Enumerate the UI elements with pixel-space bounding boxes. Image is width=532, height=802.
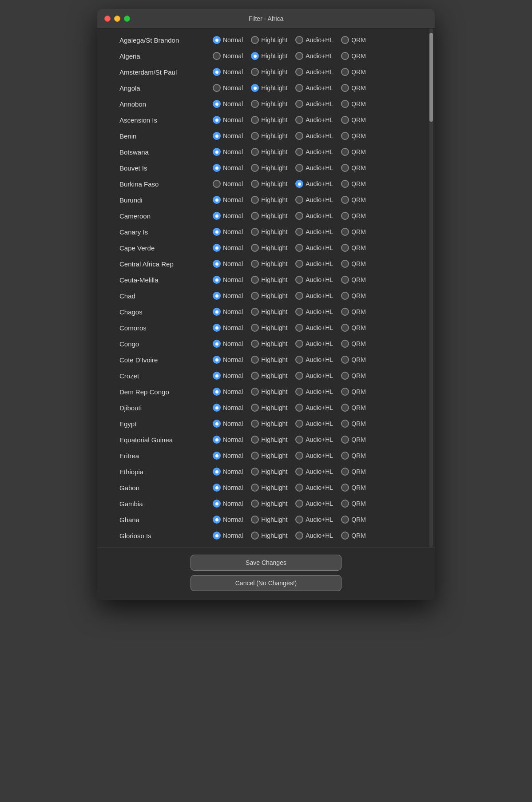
radio-option-qrm[interactable]: QRM	[341, 404, 366, 412]
radio-option-audio-hl[interactable]: Audio+HL	[295, 148, 333, 156]
radio-option-audio-hl[interactable]: Audio+HL	[295, 404, 333, 412]
radio-option-qrm[interactable]: QRM	[341, 356, 366, 364]
radio-option-audio-hl[interactable]: Audio+HL	[295, 420, 333, 428]
scrollbar-thumb[interactable]	[429, 33, 433, 122]
radio-option-qrm[interactable]: QRM	[341, 324, 366, 332]
radio-option-highlight[interactable]: HighLight	[251, 452, 287, 460]
radio-option-qrm[interactable]: QRM	[341, 532, 366, 540]
radio-option-qrm[interactable]: QRM	[341, 212, 366, 220]
radio-option-audio-hl[interactable]: Audio+HL	[295, 84, 333, 92]
radio-option-normal[interactable]: Normal	[213, 212, 243, 220]
radio-option-qrm[interactable]: QRM	[341, 372, 366, 380]
radio-option-highlight[interactable]: HighLight	[251, 52, 287, 60]
radio-option-highlight[interactable]: HighLight	[251, 532, 287, 540]
radio-option-highlight[interactable]: HighLight	[251, 132, 287, 140]
radio-option-highlight[interactable]: HighLight	[251, 100, 287, 108]
radio-option-highlight[interactable]: HighLight	[251, 372, 287, 380]
radio-option-qrm[interactable]: QRM	[341, 116, 366, 124]
radio-option-normal[interactable]: Normal	[213, 484, 243, 492]
radio-option-audio-hl[interactable]: Audio+HL	[295, 116, 333, 124]
radio-option-audio-hl[interactable]: Audio+HL	[295, 468, 333, 476]
radio-option-highlight[interactable]: HighLight	[251, 388, 287, 396]
radio-option-normal[interactable]: Normal	[213, 148, 243, 156]
radio-option-qrm[interactable]: QRM	[341, 68, 366, 76]
radio-option-audio-hl[interactable]: Audio+HL	[295, 52, 333, 60]
radio-option-highlight[interactable]: HighLight	[251, 244, 287, 252]
radio-option-audio-hl[interactable]: Audio+HL	[295, 196, 333, 204]
radio-option-audio-hl[interactable]: Audio+HL	[295, 340, 333, 348]
radio-option-qrm[interactable]: QRM	[341, 132, 366, 140]
radio-option-audio-hl[interactable]: Audio+HL	[295, 484, 333, 492]
radio-option-normal[interactable]: Normal	[213, 500, 243, 508]
radio-option-highlight[interactable]: HighLight	[251, 468, 287, 476]
radio-option-normal[interactable]: Normal	[213, 196, 243, 204]
close-button[interactable]	[104, 16, 111, 22]
radio-option-audio-hl[interactable]: Audio+HL	[295, 244, 333, 252]
radio-option-highlight[interactable]: HighLight	[251, 340, 287, 348]
radio-option-highlight[interactable]: HighLight	[251, 180, 287, 188]
radio-option-audio-hl[interactable]: Audio+HL	[295, 500, 333, 508]
radio-option-normal[interactable]: Normal	[213, 276, 243, 284]
radio-option-normal[interactable]: Normal	[213, 452, 243, 460]
radio-option-audio-hl[interactable]: Audio+HL	[295, 372, 333, 380]
radio-option-highlight[interactable]: HighLight	[251, 324, 287, 332]
radio-option-normal[interactable]: Normal	[213, 420, 243, 428]
radio-option-audio-hl[interactable]: Audio+HL	[295, 68, 333, 76]
radio-option-highlight[interactable]: HighLight	[251, 68, 287, 76]
radio-option-qrm[interactable]: QRM	[341, 164, 366, 172]
radio-option-normal[interactable]: Normal	[213, 100, 243, 108]
radio-option-qrm[interactable]: QRM	[341, 468, 366, 476]
radio-option-qrm[interactable]: QRM	[341, 180, 366, 188]
radio-option-qrm[interactable]: QRM	[341, 484, 366, 492]
radio-option-qrm[interactable]: QRM	[341, 436, 366, 444]
radio-option-audio-hl[interactable]: Audio+HL	[295, 212, 333, 220]
radio-option-highlight[interactable]: HighLight	[251, 196, 287, 204]
radio-option-highlight[interactable]: HighLight	[251, 308, 287, 316]
radio-option-normal[interactable]: Normal	[213, 228, 243, 236]
radio-option-normal[interactable]: Normal	[213, 356, 243, 364]
radio-option-qrm[interactable]: QRM	[341, 260, 366, 268]
radio-option-audio-hl[interactable]: Audio+HL	[295, 292, 333, 300]
radio-option-audio-hl[interactable]: Audio+HL	[295, 228, 333, 236]
cancel-button[interactable]: Cancel (No Changes!)	[191, 575, 341, 591]
radio-option-qrm[interactable]: QRM	[341, 100, 366, 108]
radio-option-qrm[interactable]: QRM	[341, 516, 366, 524]
radio-option-qrm[interactable]: QRM	[341, 36, 366, 44]
radio-option-qrm[interactable]: QRM	[341, 420, 366, 428]
radio-option-normal[interactable]: Normal	[213, 404, 243, 412]
radio-option-normal[interactable]: Normal	[213, 324, 243, 332]
radio-option-highlight[interactable]: HighLight	[251, 420, 287, 428]
radio-option-normal[interactable]: Normal	[213, 372, 243, 380]
radio-option-highlight[interactable]: HighLight	[251, 500, 287, 508]
radio-option-audio-hl[interactable]: Audio+HL	[295, 164, 333, 172]
radio-option-normal[interactable]: Normal	[213, 84, 243, 92]
radio-option-highlight[interactable]: HighLight	[251, 484, 287, 492]
radio-option-qrm[interactable]: QRM	[341, 148, 366, 156]
radio-option-normal[interactable]: Normal	[213, 292, 243, 300]
radio-option-audio-hl[interactable]: Audio+HL	[295, 436, 333, 444]
radio-option-normal[interactable]: Normal	[213, 52, 243, 60]
radio-option-normal[interactable]: Normal	[213, 68, 243, 76]
save-button[interactable]: Save Changes	[191, 555, 341, 571]
radio-option-audio-hl[interactable]: Audio+HL	[295, 452, 333, 460]
radio-option-qrm[interactable]: QRM	[341, 84, 366, 92]
radio-option-audio-hl[interactable]: Audio+HL	[295, 388, 333, 396]
radio-option-audio-hl[interactable]: Audio+HL	[295, 532, 333, 540]
radio-option-qrm[interactable]: QRM	[341, 228, 366, 236]
radio-option-highlight[interactable]: HighLight	[251, 516, 287, 524]
minimize-button[interactable]	[114, 16, 120, 22]
radio-option-normal[interactable]: Normal	[213, 36, 243, 44]
radio-option-normal[interactable]: Normal	[213, 132, 243, 140]
radio-option-audio-hl[interactable]: Audio+HL	[295, 324, 333, 332]
radio-option-normal[interactable]: Normal	[213, 308, 243, 316]
radio-option-highlight[interactable]: HighLight	[251, 356, 287, 364]
radio-option-qrm[interactable]: QRM	[341, 276, 366, 284]
radio-option-highlight[interactable]: HighLight	[251, 116, 287, 124]
radio-option-qrm[interactable]: QRM	[341, 452, 366, 460]
radio-option-highlight[interactable]: HighLight	[251, 276, 287, 284]
radio-option-highlight[interactable]: HighLight	[251, 84, 287, 92]
radio-option-qrm[interactable]: QRM	[341, 292, 366, 300]
radio-option-audio-hl[interactable]: Audio+HL	[295, 180, 333, 188]
radio-option-highlight[interactable]: HighLight	[251, 164, 287, 172]
maximize-button[interactable]	[124, 16, 130, 22]
